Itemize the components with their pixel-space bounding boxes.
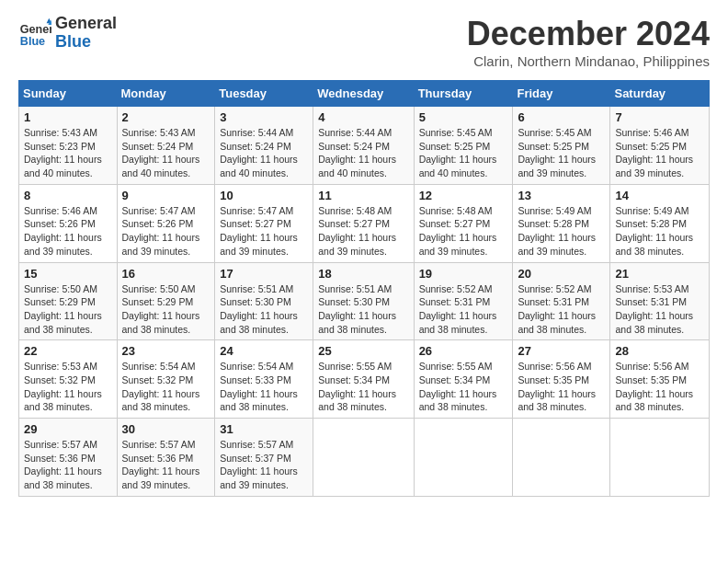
day-number: 23 [122,344,210,358]
day-number: 19 [419,267,508,281]
calendar-table: Sunday Monday Tuesday Wednesday Thursday… [18,80,710,497]
calendar-week-row: 1 Sunrise: 5:43 AMSunset: 5:23 PMDayligh… [19,107,710,185]
day-info: Sunrise: 5:48 AMSunset: 5:27 PMDaylight:… [419,204,508,259]
header-thursday: Thursday [414,81,513,107]
header-friday: Friday [513,81,610,107]
calendar-cell: 11 Sunrise: 5:48 AMSunset: 5:27 PMDaylig… [313,184,414,262]
day-info: Sunrise: 5:43 AMSunset: 5:24 PMDaylight:… [122,126,210,180]
calendar-cell: 6 Sunrise: 5:45 AMSunset: 5:25 PMDayligh… [513,107,610,185]
calendar-cell: 28 Sunrise: 5:56 AMSunset: 5:35 PMDaylig… [610,340,710,419]
day-number: 10 [220,189,308,202]
calendar-cell [313,419,414,497]
day-info: Sunrise: 5:55 AMSunset: 5:34 PMDaylight:… [318,360,408,414]
logo: General Blue General Blue [18,15,117,52]
calendar-cell [414,419,513,497]
day-number: 8 [24,189,112,202]
day-info: Sunrise: 5:57 AMSunset: 5:36 PMDaylight:… [24,438,112,492]
day-number: 4 [318,110,408,124]
calendar-cell: 2 Sunrise: 5:43 AMSunset: 5:24 PMDayligh… [117,107,215,185]
calendar-cell: 19 Sunrise: 5:52 AMSunset: 5:31 PMDaylig… [414,262,513,340]
calendar-cell [610,419,710,497]
day-info: Sunrise: 5:45 AMSunset: 5:25 PMDaylight:… [419,126,508,180]
month-title: December 2024 [467,15,710,53]
day-info: Sunrise: 5:53 AMSunset: 5:31 PMDaylight:… [615,282,704,337]
calendar-cell: 25 Sunrise: 5:55 AMSunset: 5:34 PMDaylig… [313,340,414,419]
svg-text:Blue: Blue [20,34,45,47]
day-number: 20 [518,267,605,281]
day-number: 12 [419,189,508,202]
calendar-cell: 4 Sunrise: 5:44 AMSunset: 5:24 PMDayligh… [313,107,414,185]
day-number: 22 [24,344,112,358]
day-info: Sunrise: 5:52 AMSunset: 5:31 PMDaylight:… [518,282,605,337]
day-number: 27 [518,344,605,358]
day-info: Sunrise: 5:57 AMSunset: 5:37 PMDaylight:… [220,438,308,492]
calendar-cell: 13 Sunrise: 5:49 AMSunset: 5:28 PMDaylig… [513,184,610,262]
day-number: 6 [518,110,605,124]
calendar-cell: 12 Sunrise: 5:48 AMSunset: 5:27 PMDaylig… [414,184,513,262]
day-number: 28 [615,344,704,358]
day-info: Sunrise: 5:49 AMSunset: 5:28 PMDaylight:… [615,204,704,259]
calendar-cell: 3 Sunrise: 5:44 AMSunset: 5:24 PMDayligh… [215,107,313,185]
calendar-cell: 17 Sunrise: 5:51 AMSunset: 5:30 PMDaylig… [215,262,313,340]
day-number: 18 [318,267,408,281]
day-info: Sunrise: 5:49 AMSunset: 5:28 PMDaylight:… [518,204,605,259]
header-sunday: Sunday [19,81,118,107]
calendar-cell: 10 Sunrise: 5:47 AMSunset: 5:27 PMDaylig… [215,184,313,262]
calendar-cell [513,419,610,497]
calendar-cell: 15 Sunrise: 5:50 AMSunset: 5:29 PMDaylig… [19,262,118,340]
day-info: Sunrise: 5:52 AMSunset: 5:31 PMDaylight:… [419,282,508,337]
calendar-cell: 5 Sunrise: 5:45 AMSunset: 5:25 PMDayligh… [414,107,513,185]
day-number: 21 [615,267,704,281]
header-monday: Monday [117,81,215,107]
calendar-cell: 26 Sunrise: 5:55 AMSunset: 5:34 PMDaylig… [414,340,513,419]
day-info: Sunrise: 5:48 AMSunset: 5:27 PMDaylight:… [318,204,408,259]
day-number: 24 [220,344,308,358]
day-number: 1 [24,110,112,124]
day-number: 9 [122,189,210,202]
day-info: Sunrise: 5:46 AMSunset: 5:26 PMDaylight:… [24,204,112,259]
calendar-cell: 20 Sunrise: 5:52 AMSunset: 5:31 PMDaylig… [513,262,610,340]
header-wednesday: Wednesday [313,81,414,107]
calendar-cell: 14 Sunrise: 5:49 AMSunset: 5:28 PMDaylig… [610,184,710,262]
calendar-cell: 27 Sunrise: 5:56 AMSunset: 5:35 PMDaylig… [513,340,610,419]
calendar-cell: 30 Sunrise: 5:57 AMSunset: 5:36 PMDaylig… [117,419,215,497]
day-info: Sunrise: 5:57 AMSunset: 5:36 PMDaylight:… [122,438,210,492]
logo-blue-text: Blue [55,33,117,52]
day-info: Sunrise: 5:51 AMSunset: 5:30 PMDaylight:… [318,282,408,337]
day-info: Sunrise: 5:47 AMSunset: 5:27 PMDaylight:… [220,204,308,259]
day-number: 30 [122,422,210,436]
day-info: Sunrise: 5:51 AMSunset: 5:30 PMDaylight:… [220,282,308,337]
day-info: Sunrise: 5:43 AMSunset: 5:23 PMDaylight:… [24,126,112,180]
day-info: Sunrise: 5:56 AMSunset: 5:35 PMDaylight:… [615,360,704,414]
day-number: 17 [220,267,308,281]
page-header: General Blue General Blue December 2024 … [18,15,710,69]
day-info: Sunrise: 5:44 AMSunset: 5:24 PMDaylight:… [318,126,408,180]
day-info: Sunrise: 5:44 AMSunset: 5:24 PMDaylight:… [220,126,308,180]
logo-icon: General Blue [18,17,51,50]
day-info: Sunrise: 5:45 AMSunset: 5:25 PMDaylight:… [518,126,605,180]
calendar-week-row: 15 Sunrise: 5:50 AMSunset: 5:29 PMDaylig… [19,262,710,340]
day-number: 13 [518,189,605,202]
header-saturday: Saturday [610,81,710,107]
calendar-cell: 8 Sunrise: 5:46 AMSunset: 5:26 PMDayligh… [19,184,118,262]
day-info: Sunrise: 5:50 AMSunset: 5:29 PMDaylight:… [122,282,210,337]
calendar-cell: 1 Sunrise: 5:43 AMSunset: 5:23 PMDayligh… [19,107,118,185]
calendar-cell: 21 Sunrise: 5:53 AMSunset: 5:31 PMDaylig… [610,262,710,340]
day-number: 7 [615,110,704,124]
calendar-week-row: 8 Sunrise: 5:46 AMSunset: 5:26 PMDayligh… [19,184,710,262]
calendar-cell: 7 Sunrise: 5:46 AMSunset: 5:25 PMDayligh… [610,107,710,185]
calendar-cell: 31 Sunrise: 5:57 AMSunset: 5:37 PMDaylig… [215,419,313,497]
day-number: 29 [24,422,112,436]
calendar-week-row: 29 Sunrise: 5:57 AMSunset: 5:36 PMDaylig… [19,419,710,497]
day-number: 15 [24,267,112,281]
header-tuesday: Tuesday [215,81,313,107]
weekday-header-row: Sunday Monday Tuesday Wednesday Thursday… [19,81,710,107]
calendar-cell: 9 Sunrise: 5:47 AMSunset: 5:26 PMDayligh… [117,184,215,262]
calendar-cell: 23 Sunrise: 5:54 AMSunset: 5:32 PMDaylig… [117,340,215,419]
calendar-cell: 18 Sunrise: 5:51 AMSunset: 5:30 PMDaylig… [313,262,414,340]
logo-general: General [55,15,117,33]
calendar-cell: 16 Sunrise: 5:50 AMSunset: 5:29 PMDaylig… [117,262,215,340]
day-info: Sunrise: 5:54 AMSunset: 5:32 PMDaylight:… [122,360,210,414]
day-info: Sunrise: 5:54 AMSunset: 5:33 PMDaylight:… [220,360,308,414]
title-block: December 2024 Clarin, Northern Mindanao,… [467,15,710,69]
